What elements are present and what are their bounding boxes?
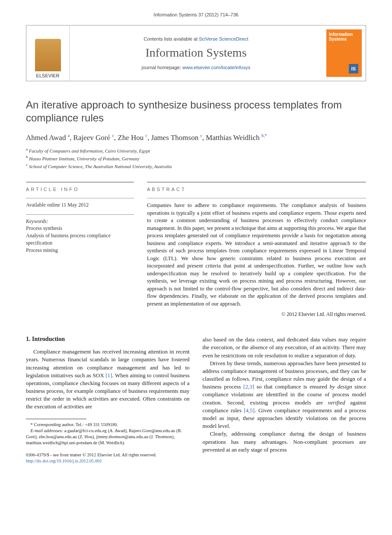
journal-header: ELSEVIER Contents lists available at Sci…	[26, 25, 366, 81]
journal-cover-thumbnail: Information Systems IS	[326, 29, 362, 77]
citation-ref-4-5[interactable]: [4,5]	[244, 407, 255, 414]
abstract-text: Companies have to adhere to compliance r…	[147, 198, 366, 308]
journal-homepage-link[interactable]: www.elsevier.com/locate/infosys	[182, 65, 250, 70]
keywords-label: Keywords:	[26, 218, 134, 225]
abstract-copyright: © 2012 Elsevier Ltd. All rights reserved…	[147, 311, 366, 318]
availability-date: Available online 11 May 2012	[26, 202, 134, 208]
contents-prefix: Contents lists available at	[143, 36, 199, 41]
footnote-rule	[26, 419, 86, 419]
body-paragraph: Clearly, addressing compliance during th…	[203, 430, 367, 454]
affiliation-text: School of Computer Science, The Australi…	[29, 164, 172, 169]
affiliations: a Faculty of Computers and Information, …	[26, 146, 366, 170]
info-abstract-row: ARTICLE INFO Available online 11 May 201…	[26, 182, 366, 318]
abstract-column: ABSTRACT Companies have to adhere to com…	[147, 182, 366, 318]
divider	[26, 198, 134, 198]
citation-ref-1[interactable]: [1]	[105, 372, 112, 379]
italic-term: by design	[330, 383, 352, 390]
affiliation-text: Faculty of Computers and Information, Ca…	[29, 148, 150, 153]
section-heading-introduction: 1. Introduction	[26, 336, 190, 343]
body-paragraph: Driven by these trends, numerous approac…	[203, 360, 367, 430]
front-matter-meta: 0306-4379/$ - see front matter © 2012 El…	[26, 452, 190, 464]
affiliation-c: c School of Computer Science, The Austra…	[26, 162, 366, 170]
issn-line: 0306-4379/$ - see front matter © 2012 El…	[26, 452, 190, 458]
elsevier-tree-icon	[35, 39, 61, 71]
article-title: An iterative approach to synthesize busi…	[26, 99, 366, 124]
citation-ref-2-3[interactable]: [2,3]	[243, 383, 254, 390]
body-columns: 1. Introduction Compliance management ha…	[26, 336, 366, 465]
affiliation-b: b Hasso Plattner Institute, University o…	[26, 154, 366, 162]
keywords-list: Process synthesis Analysis of business p…	[26, 225, 134, 254]
emails-label: E-mail addresses:	[31, 428, 64, 433]
emails-footnote: E-mail addresses: a.gaafar@fci-cu.edu.eg…	[26, 428, 190, 446]
italic-term: verified	[328, 399, 345, 406]
journal-cover-box: Information Systems IS	[322, 25, 366, 81]
keyword: Process mining	[26, 247, 134, 254]
corresponding-footnote: * Corresponding author. Tel.: +49 331 55…	[26, 422, 190, 428]
article-info-label: ARTICLE INFO	[26, 182, 134, 192]
publisher-name: ELSEVIER	[36, 73, 60, 78]
affiliation-a: a Faculty of Computers and Information, …	[26, 146, 366, 154]
journal-header-center: Contents lists available at SciVerse Sci…	[70, 25, 322, 81]
body-text: so that compliance is ensured	[254, 383, 330, 390]
journal-name: Information Systems	[145, 46, 246, 60]
body-paragraph: also based on the data context, and dedi…	[203, 336, 367, 360]
right-column: also based on the data context, and dedi…	[203, 336, 367, 465]
citation-line: Information Systems 37 (2012) 714–736	[26, 12, 366, 17]
affiliation-text: Hasso Plattner Institute, University of …	[29, 156, 139, 161]
publisher-logo: ELSEVIER	[26, 25, 70, 81]
keyword: Process synthesis	[26, 225, 134, 232]
cover-title: Information Systems	[329, 32, 359, 41]
journal-homepage-line: journal homepage: www.elsevier.com/locat…	[142, 65, 250, 70]
left-column: 1. Introduction Compliance management ha…	[26, 336, 190, 465]
abstract-label: ABSTRACT	[147, 182, 366, 192]
cover-badge: IS	[349, 64, 358, 73]
contents-available-line: Contents lists available at SciVerse Sci…	[143, 36, 248, 41]
article-info-column: ARTICLE INFO Available online 11 May 201…	[26, 182, 134, 318]
divider	[26, 214, 134, 215]
homepage-prefix: journal homepage:	[142, 65, 182, 70]
doi-link[interactable]: http://dx.doi.org/10.1016/j.is.2012.05.0…	[26, 459, 102, 463]
sciencedirect-link[interactable]: SciVerse ScienceDirect	[199, 36, 248, 41]
keyword: Analysis of business process compliance …	[26, 232, 134, 247]
body-paragraph: Compliance management has received incre…	[26, 348, 190, 411]
author-list: Ahmed Awad a, Rajeev Goré c, Zhe Hou c, …	[26, 133, 366, 142]
